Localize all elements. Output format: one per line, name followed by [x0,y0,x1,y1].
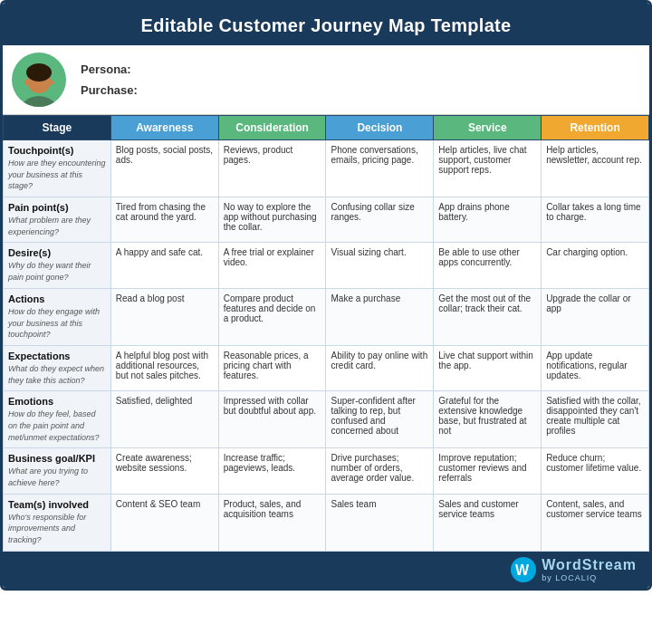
cell-service: App drains phone battery. [434,197,542,243]
cell-decision: Sales team [326,494,434,551]
cell-retention: Reduce churn; customer lifetime value. [542,448,649,494]
table-row: ActionsHow do they engage with your busi… [4,288,649,345]
persona-info: Persona: Purchase: [81,59,138,101]
table-row: Touchpoint(s)How are they encountering y… [4,140,649,197]
persona-row: Persona: Purchase: [3,45,649,115]
cell-service: Grateful for the extensive knowledge bas… [434,391,542,448]
svg-point-0 [19,96,59,107]
table-row: Pain point(s)What problem are they exper… [4,197,649,243]
cell-service: Improve reputation; customer reviews and… [434,448,542,494]
cell-service: Sales and customer service teams [434,494,542,551]
cell-decision: Ability to pay online with credit card. [326,345,434,390]
page-title: Editable Customer Journey Map Template [3,3,649,45]
cell-retention: Upgrade the collar or app [542,288,649,345]
cell-consideration: Compare product features and decide on a… [218,288,326,345]
row-label-cell: Business goal/KPIWhat are you trying to … [4,448,111,494]
svg-point-2 [26,63,52,82]
row-label-cell: Pain point(s)What problem are they exper… [4,197,111,243]
avatar [12,53,66,107]
cell-consideration: Increase traffic; pageviews, leads. [218,448,326,494]
svg-point-4 [48,80,53,85]
cell-awareness: Read a blog post [110,288,218,345]
col-header-decision: Decision [326,116,434,140]
cell-consideration: Reviews, product pages. [218,140,326,197]
cell-decision: Visual sizing chart. [326,243,434,288]
cell-consideration: A free trial or explainer video. [218,243,326,288]
table-row: Business goal/KPIWhat are you trying to … [4,448,649,494]
row-label-cell: ExpectationsWhat do they expect when the… [4,345,111,390]
row-label-cell: Desire(s)Why do they want their pain poi… [4,243,111,288]
cell-awareness: Satisfied, delighted [110,391,218,448]
cell-consideration: No way to explore the app without purcha… [218,197,326,243]
cell-awareness: A happy and safe cat. [110,243,218,288]
col-header-awareness: Awareness [110,116,218,140]
cell-retention: Help articles, newsletter, account rep. [542,140,649,197]
persona-label: Persona: [81,62,131,76]
cell-awareness: Create awareness; website sessions. [110,448,218,494]
cell-retention: Satisfied with the collar, disappointed … [542,391,649,448]
row-label-cell: Team(s) involvedWho's responsible for im… [4,494,111,551]
svg-point-3 [24,80,30,85]
cell-consideration: Product, sales, and acquisition teams [218,494,326,551]
cell-decision: Phone conversations, emails, pricing pag… [326,140,434,197]
col-header-stage: Stage [4,116,111,140]
cell-consideration: Impressed with collar but doubtful about… [218,391,326,448]
cell-decision: Confusing collar size ranges. [326,197,434,243]
cell-service: Help articles, live chat support, custom… [434,140,542,197]
col-header-retention: Retention [542,116,649,140]
cell-awareness: Tired from chasing the cat around the ya… [110,197,218,243]
cell-service: Get the most out of the collar; track th… [434,288,542,345]
table-row: Desire(s)Why do they want their pain poi… [4,243,649,288]
cell-awareness: A helpful blog post with additional reso… [110,345,218,390]
table-row: Team(s) involvedWho's responsible for im… [4,494,649,551]
table-row: EmotionsHow do they feel, based on the p… [4,391,649,448]
cell-retention: Content, sales, and customer service tea… [542,494,649,551]
cell-retention: App update notifications, regular update… [542,345,649,390]
row-label-cell: Touchpoint(s)How are they encountering y… [4,140,111,197]
col-header-service: Service [434,116,542,140]
footer-inner: W WordStream by LOCALIQ [511,557,637,582]
cell-awareness: Content & SEO team [110,494,218,551]
cell-retention: Car charging option. [542,243,649,288]
page-wrapper: Editable Customer Journey Map Template [0,0,652,591]
cell-service: Be able to use other apps concurrently. [434,243,542,288]
wordstream-brand: WordStream by LOCALIQ [542,557,637,582]
cell-awareness: Blog posts, social posts, ads. [110,140,218,197]
row-label-cell: EmotionsHow do they feel, based on the p… [4,391,111,448]
cell-consideration: Reasonable prices, a pricing chart with … [218,345,326,390]
row-label-cell: ActionsHow do they engage with your busi… [4,288,111,345]
purchase-label: Purchase: [81,83,138,97]
col-header-consideration: Consideration [218,116,326,140]
cell-decision: Make a purchase [326,288,434,345]
cell-service: Live chat support within the app. [434,345,542,390]
cell-decision: Super-confident after talking to rep, bu… [326,391,434,448]
cell-decision: Drive purchases; number of orders, avera… [326,448,434,494]
footer: W WordStream by LOCALIQ [3,552,649,588]
table-row: ExpectationsWhat do they expect when the… [4,345,649,390]
svg-text:W: W [515,562,530,578]
cell-retention: Collar takes a long time to charge. [542,197,649,243]
avatar-svg [12,53,66,107]
journey-map-table: Stage Awareness Consideration Decision S… [3,115,649,552]
wordstream-icon: W [511,557,536,582]
